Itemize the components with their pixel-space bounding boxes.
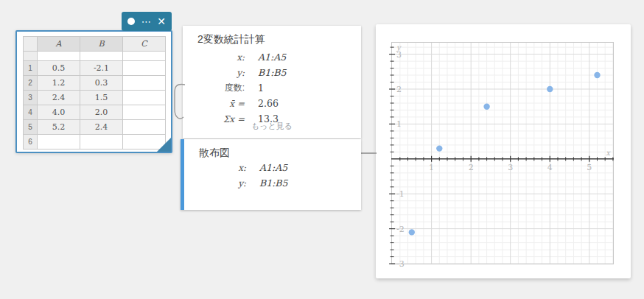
table-cell[interactable] <box>123 52 166 61</box>
table-cell[interactable] <box>80 135 123 150</box>
table-cell[interactable]: 1.5 <box>80 91 123 105</box>
stats-panel-title: 2変数統計計算 <box>197 33 265 46</box>
stat-label: y: <box>184 178 246 189</box>
data-point[interactable] <box>547 86 553 92</box>
stats-rows: x:A1:A5y:B1:B5度数:1x̄ =2.66Σx =13.3 <box>183 49 361 127</box>
see-more-link[interactable]: もっと見る <box>183 121 361 132</box>
y-tick-label: -2 <box>396 225 405 234</box>
table-cell[interactable] <box>123 91 166 105</box>
link-connector-wire <box>361 152 377 154</box>
stat-value: 1 <box>258 82 264 94</box>
stats-panel[interactable]: 2変数統計計算 x:A1:A5y:B1:B5度数:1x̄ =2.66Σx =13… <box>183 26 361 138</box>
row-number[interactable]: 2 <box>24 76 38 91</box>
table-cell[interactable] <box>80 52 123 61</box>
data-point[interactable] <box>483 104 489 110</box>
table-body: 10.5-2.121.20.332.41.544.02.055.22.46 <box>24 52 166 150</box>
row-number[interactable]: 6 <box>24 135 38 150</box>
table-row: 6 <box>24 135 166 150</box>
stat-label: y: <box>183 68 245 78</box>
stat-value: A1:A5 <box>259 162 287 173</box>
x-tick-label: 4 <box>547 163 553 172</box>
data-point[interactable] <box>436 145 442 151</box>
column-header-C[interactable]: C <box>123 37 166 52</box>
chart-card[interactable]: 12345-3-2-1123xy <box>376 24 631 278</box>
table-cell[interactable] <box>38 135 80 150</box>
table-cell[interactable]: 1.2 <box>38 76 80 91</box>
table-cell[interactable] <box>123 120 166 135</box>
table-row: 32.41.5 <box>24 91 166 105</box>
table-cell[interactable]: 0.5 <box>38 61 80 76</box>
column-header-A[interactable]: A <box>38 37 80 52</box>
stat-label: x̄ = <box>183 99 245 109</box>
link-connector-brace <box>168 78 190 124</box>
column-header-B[interactable]: B <box>80 37 123 52</box>
data-point[interactable] <box>594 72 600 78</box>
table-row: 55.22.4 <box>24 120 166 135</box>
stat-value: A1:A5 <box>258 52 286 63</box>
column-header-row: ABC <box>24 37 166 52</box>
stat-value: B1:B5 <box>258 67 287 78</box>
table-row: 44.02.0 <box>24 105 166 120</box>
y-tick-label: 1 <box>396 119 402 129</box>
scatter-panel-title: 散布図 <box>199 147 230 160</box>
table-cell[interactable]: 2.0 <box>80 105 123 120</box>
spreadsheet-window[interactable]: ABC 10.5-2.121.20.332.41.544.02.055.22.4… <box>15 30 172 153</box>
stat-value: 2.66 <box>258 98 279 109</box>
stat-row: x̄ =2.66 <box>183 96 361 111</box>
close-icon[interactable]: ✕ <box>157 16 166 27</box>
table-cell[interactable] <box>123 61 166 76</box>
table-cell[interactable]: 5.2 <box>38 120 80 135</box>
row-number[interactable] <box>24 52 38 61</box>
stat-label: x: <box>184 163 246 173</box>
stat-row: x:A1:A5 <box>184 160 361 175</box>
y-tick-label: -3 <box>396 259 405 269</box>
stat-row: y:B1:B5 <box>184 175 361 191</box>
data-point[interactable] <box>409 229 415 235</box>
stat-row: y:B1:B5 <box>183 65 361 80</box>
x-tick-label: 1 <box>429 163 434 172</box>
scatter-plot[interactable]: 12345-3-2-1123xy <box>391 42 614 264</box>
scatter-rows: x:A1:A5y:B1:B5 <box>184 160 361 191</box>
table-cell[interactable] <box>38 52 80 61</box>
stat-row: 度数:1 <box>183 80 361 96</box>
stat-value: B1:B5 <box>259 177 288 189</box>
row-number[interactable]: 5 <box>24 120 38 135</box>
resize-handle[interactable] <box>157 138 171 152</box>
stat-label: x: <box>183 52 245 63</box>
table-cell[interactable]: 0.3 <box>80 76 123 91</box>
table-row: 10.5-2.1 <box>24 61 166 76</box>
spreadsheet-table[interactable]: ABC 10.5-2.121.20.332.41.544.02.055.22.4… <box>23 36 166 150</box>
table-row: 21.20.3 <box>24 76 166 91</box>
table-cell[interactable] <box>123 105 166 120</box>
corner-cell <box>24 37 38 52</box>
y-tick-label: -1 <box>396 189 405 199</box>
table-row <box>24 52 166 61</box>
more-menu-icon[interactable]: ⋯ <box>141 17 151 27</box>
table-window-titlebar[interactable]: ⋯ ✕ <box>122 12 172 31</box>
x-tick-label: 3 <box>508 163 513 172</box>
stat-label: 度数: <box>183 82 245 94</box>
table-cell[interactable]: 2.4 <box>80 120 123 135</box>
y-tick-label: 2 <box>396 85 402 94</box>
table-cell[interactable] <box>123 76 166 91</box>
scatter-panel[interactable]: 散布図 x:A1:A5y:B1:B5 <box>181 139 361 210</box>
x-axis-label: x <box>606 149 611 157</box>
window-dot-icon[interactable] <box>127 18 135 25</box>
row-number[interactable]: 1 <box>24 61 38 76</box>
row-number[interactable]: 4 <box>24 105 38 120</box>
x-tick-label: 5 <box>587 163 592 172</box>
stat-row: x:A1:A5 <box>183 49 361 65</box>
row-number[interactable]: 3 <box>24 91 38 105</box>
table-cell[interactable]: -2.1 <box>80 61 123 76</box>
table-cell[interactable]: 2.4 <box>38 91 80 105</box>
table-cell[interactable]: 4.0 <box>38 105 80 120</box>
x-tick-label: 2 <box>469 163 474 172</box>
